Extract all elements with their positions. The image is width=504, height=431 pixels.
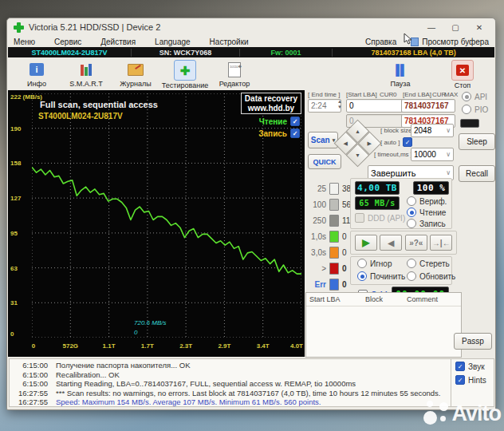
pio-radio[interactable]: PIO <box>462 105 488 114</box>
tab-info[interactable]: i Инфо <box>14 60 60 88</box>
read-checkbox[interactable] <box>290 117 300 126</box>
scan-graph[interactable]: 720.6 MB/s 0 222 (MB/s)1901581279563310 … <box>8 90 305 357</box>
end-time-spinner[interactable]: ▲▼ <box>337 99 343 111</box>
x-tick-label: 572G <box>62 342 78 350</box>
error-block-icon <box>329 279 339 291</box>
start-lba-label: [Start LBA] <box>346 91 377 98</box>
info-icon: i <box>30 63 44 76</box>
maximize-button[interactable]: ▢ <box>444 20 467 34</box>
log-entry: 6:15:00Recalibration... OK <box>13 370 447 380</box>
status-group: 4,00 TB 100 % 65 MB/s DDD (API) Вериф. Ч… <box>350 178 452 229</box>
window-title: Victoria 5.21 HDD/SSD | Device 2 <box>29 22 160 32</box>
start-lba-field[interactable]: 0 <box>346 99 404 113</box>
counter-value: 0 <box>342 264 347 273</box>
tab-smart[interactable]: S.M.A.R.T <box>63 60 109 88</box>
chevron-down-icon: ∨ <box>446 151 451 158</box>
latency-block-100-icon <box>329 199 339 211</box>
menu-help[interactable]: Справка <box>365 38 396 46</box>
timeout-select[interactable]: 10000∨ <box>411 148 454 161</box>
latency-block-1s-icon <box>329 231 339 243</box>
auto-checkbox[interactable] <box>403 137 412 147</box>
buffer-icon <box>411 38 419 46</box>
avito-text: Avito <box>452 401 502 426</box>
block-size-select[interactable]: 2048∨ <box>411 124 454 137</box>
recall-button[interactable]: Recall <box>459 165 495 182</box>
stop-x-icon: ✕ <box>456 65 469 76</box>
menu-service[interactable]: Сервис <box>54 38 81 46</box>
ignore-radio[interactable]: Игнор <box>357 259 392 268</box>
direction-pad: ▲ ◀ ▶ ▼ <box>337 122 378 164</box>
butterfly-mode-button[interactable]: →|← <box>430 235 452 251</box>
passp-button[interactable]: Passp <box>454 333 492 350</box>
counter-value: 0 <box>342 248 347 257</box>
col-start-lba: Start LBA <box>309 295 365 303</box>
hints-checkbox[interactable]: Hints <box>455 375 492 385</box>
close-button[interactable]: ✕ <box>468 20 490 34</box>
avito-watermark: Avito <box>399 396 504 431</box>
latency-block-250-icon <box>329 215 339 227</box>
x-tick-label: 1.1T <box>103 342 116 350</box>
graph-title: Full scan, sequential access <box>40 100 158 109</box>
end-lba-field[interactable]: 7814037167 <box>401 99 455 113</box>
x-tick-label: 2.9T <box>218 342 230 350</box>
y-tick-label: 158 <box>10 160 21 167</box>
menu-main[interactable]: Меню <box>14 38 35 46</box>
scan-button[interactable]: Scan▾ <box>308 132 338 148</box>
erase-radio[interactable]: Стереть <box>407 259 450 268</box>
y-tick-label: 222 (MB/s) <box>10 93 42 101</box>
x-tick-label: 2.3T <box>179 342 192 350</box>
log-entry: 16:27:55*** Scan results: no warnings, n… <box>13 389 447 398</box>
device-capacity: 7814037168 LBA (4,0 TB) <box>333 49 494 57</box>
auto-label: [ auto ] <box>380 139 400 146</box>
y-tick-label: 63 <box>10 265 18 272</box>
y-tick-label: 95 <box>10 230 18 237</box>
graph-watermark: Data recovery www.hdd.by <box>241 93 301 114</box>
y-tick-label: 31 <box>10 299 18 306</box>
start-lba-zero-link[interactable]: 0 <box>393 91 396 98</box>
tab-editor[interactable]: Редактор <box>211 60 258 88</box>
menu-language[interactable]: Language <box>155 38 191 46</box>
x-tick-label: 3.4T <box>257 342 270 350</box>
repair-radio[interactable]: Починить <box>357 271 405 281</box>
play-forward-button[interactable]: ▶ <box>355 235 377 251</box>
graph-device-label: ST4000LM024-2U817V <box>38 112 123 121</box>
timeout-label: [ timeout,ms ] <box>374 151 412 158</box>
api-radio[interactable]: API <box>462 92 487 101</box>
menu-actions[interactable]: Действия <box>100 38 136 46</box>
defect-action-group: Игнор Стереть Починить Обновить <box>350 256 452 285</box>
log-entry: 6:15:00Получение паспорта накопителя... … <box>13 361 447 370</box>
menu-settings[interactable]: Настройки <box>210 38 249 46</box>
tab-journals[interactable]: Журналы <box>112 60 159 88</box>
refresh-radio[interactable]: Обновить <box>407 271 455 281</box>
end-time-label: [ End time ] <box>308 91 340 98</box>
verify-radio[interactable]: Вериф. <box>407 196 447 206</box>
end-lba-max-link[interactable]: MAX <box>444 91 458 98</box>
victoria-window: Victoria 5.21 HDD/SSD | Device 2 — ▢ ✕ М… <box>6 18 496 410</box>
play-backward-button[interactable]: ◀ <box>380 235 402 251</box>
write-checkbox[interactable] <box>290 129 300 138</box>
tab-testing[interactable]: ✚ Тестирование <box>162 60 208 89</box>
pause-button[interactable]: ▐▌ Пауза <box>377 60 423 89</box>
log-entry-speed-summary: 16:27:55Speed: Maximum 154 MB/s. Average… <box>13 397 447 406</box>
start-lba-cur-link[interactable]: CUR <box>380 91 393 98</box>
buffer-view-button[interactable]: Просмотр буфера <box>411 38 489 46</box>
sleep-button[interactable]: Sleep <box>459 133 495 150</box>
minimize-button[interactable]: — <box>420 20 443 34</box>
transport-group: ▶ ◀ »?« →|← <box>350 231 457 255</box>
end-lba-label: [End LBA] <box>403 91 431 98</box>
sound-checkbox[interactable]: Звук <box>455 362 492 371</box>
random-mode-button[interactable]: »?« <box>405 235 427 251</box>
stop-button[interactable]: ✕ Стоп <box>439 60 486 89</box>
speed-display: 65 MB/s <box>355 196 400 210</box>
defect-table[interactable]: Start LBA Block Comment <box>305 292 462 358</box>
progress-display: 100 % <box>413 181 449 195</box>
avito-logo-icon <box>423 401 451 426</box>
device-firmware: Fw: 0001 <box>240 49 333 57</box>
read-radio[interactable]: Чтение <box>407 208 446 217</box>
device-model: ST4000LM024-2U817V <box>8 49 132 57</box>
x-tick-label: 1.7T <box>141 342 154 350</box>
legend-write-label: Запись <box>258 129 287 138</box>
col-comment: Comment <box>407 295 438 303</box>
write-radio[interactable]: Запись <box>407 219 446 228</box>
ddd-api-checkbox[interactable]: DDD (API) <box>355 213 405 223</box>
